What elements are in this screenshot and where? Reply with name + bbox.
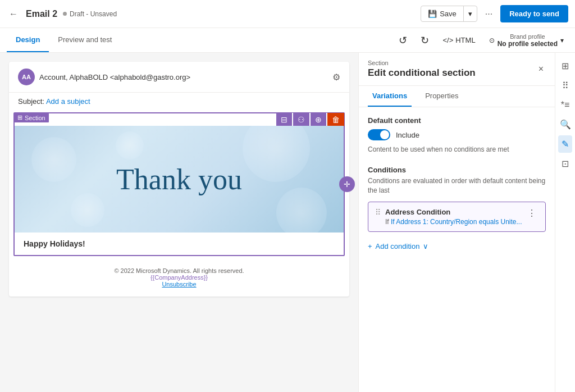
add-icon: + [368, 242, 372, 250]
right-panel: Section Edit conditional section × Varia… [358, 53, 555, 392]
draft-label: Draft - Unsaved [70, 10, 117, 18]
section-layout-button[interactable]: ⊟ [276, 113, 292, 126]
section-toolbar: ⊟ ⚇ ⊕ 🗑 [276, 113, 344, 126]
panel-title: Edit conditional section [368, 67, 476, 79]
section-add-button[interactable]: ⊕ [311, 113, 326, 126]
condition-name: Address Condition [385, 208, 525, 216]
main-tabs: Design Preview and test [7, 28, 121, 52]
condition-if: If [385, 218, 391, 226]
right-sidebar: ⊞ ⠿ *≡ 🔍 ✎ ⊡ [555, 53, 575, 392]
avatar: AA [18, 69, 35, 85]
email-title: Email 2 [26, 9, 57, 19]
undo-button[interactable]: ↺ [394, 32, 412, 49]
sidebar-elements-button[interactable]: ⠿ [559, 77, 572, 94]
company-address: {{CompanyAddress}} [18, 274, 340, 281]
condition-card-left: Address Condition If If Address 1: Count… [385, 208, 525, 226]
sidebar-edit-button[interactable]: ✎ [558, 135, 572, 153]
save-icon: 💾 [428, 10, 437, 18]
settings-icon[interactable]: ⚙ [332, 72, 340, 83]
top-bar-right: 💾 Save ▾ ··· Ready to send [421, 5, 568, 22]
brand-caret-icon: ▾ [560, 37, 564, 44]
add-caret-icon: ∨ [423, 242, 428, 250]
panel-close-button[interactable]: × [536, 62, 546, 76]
ready-to-send-button[interactable]: Ready to send [500, 5, 568, 22]
conditions-title: Conditions [368, 166, 546, 174]
tab-actions: ↺ ↻ </> HTML ⊙ Brand profile No profile … [394, 31, 568, 50]
default-content-title: Default content [368, 116, 546, 125]
footer-area: © 2022 Microsoft Dynamics. All rights re… [9, 263, 349, 297]
include-toggle[interactable] [368, 129, 390, 140]
conditions-section: Conditions Conditions are evaluated in o… [368, 166, 546, 256]
draft-dot-icon [63, 12, 67, 16]
save-button-group: 💾 Save ▾ [421, 6, 477, 22]
section-label: ⊞ Section [14, 113, 49, 122]
brand-icon: ⊙ [489, 37, 495, 44]
move-handle[interactable]: ✛ [339, 176, 355, 192]
html-label: HTML [455, 36, 475, 44]
panel-section-label: Section [368, 60, 476, 66]
footer-copyright: © 2022 Microsoft Dynamics. All rights re… [18, 267, 340, 274]
tab-properties[interactable]: Properties [421, 86, 463, 107]
section-people-button[interactable]: ⚇ [293, 113, 309, 126]
email-container: AA Account, AlphaBOLD <alphabold@gastro.… [9, 62, 349, 297]
panel-header: Section Edit conditional section × [359, 53, 555, 86]
more-options-button[interactable]: ··· [482, 6, 496, 22]
html-button[interactable]: </> HTML [438, 34, 480, 47]
brand-profile-label: Brand profile [498, 33, 558, 40]
section-delete-button[interactable]: 🗑 [327, 113, 344, 126]
back-button[interactable]: ← [7, 7, 20, 21]
conditions-desc: Conditions are evaluated in order with d… [368, 176, 546, 195]
main-layout: AA Account, AlphaBOLD <alphabold@gastro.… [0, 53, 575, 392]
section-grid-icon: ⊞ [17, 114, 22, 121]
thankyou-text: Thank you [116, 163, 242, 196]
section-wrapper[interactable]: ⊞ Section ⊟ ⚇ ⊕ 🗑 Thank you H [13, 112, 345, 256]
condition-detail: If If Address 1: Country/Region equals U… [385, 218, 525, 226]
subject-line: Subject: Add a subject [9, 93, 349, 106]
toggle-thumb [380, 130, 389, 139]
top-bar-left: ← Email 2 Draft - Unsaved [7, 7, 117, 21]
panel-tabs: Variations Properties [359, 86, 555, 107]
sidebar-conditions-button[interactable]: *≡ [558, 97, 573, 113]
toggle-label: Include [396, 131, 419, 139]
canvas-area[interactable]: AA Account, AlphaBOLD <alphabold@gastro.… [0, 53, 358, 392]
panel-title-group: Section Edit conditional section [368, 60, 476, 79]
drag-handle-icon: ⠿ [375, 208, 381, 217]
subject-prefix: Subject: [18, 97, 44, 106]
toggle-row: Include [368, 129, 546, 140]
draft-badge: Draft - Unsaved [63, 10, 117, 18]
default-content-section: Default content Include Content to be us… [368, 116, 546, 154]
condition-more-button[interactable]: ⋮ [525, 208, 539, 218]
email-header: AA Account, AlphaBOLD <alphabold@gastro.… [9, 62, 349, 93]
no-profile-label: No profile selected [498, 40, 558, 48]
tab-design[interactable]: Design [7, 28, 49, 52]
happy-holidays: Happy Holidays! [15, 233, 344, 255]
condition-link: If Address 1: Country/Region equals Unit… [391, 218, 522, 226]
top-bar: ← Email 2 Draft - Unsaved 💾 Save ▾ ··· R… [0, 0, 575, 28]
unsubscribe-link[interactable]: Unsubscribe [18, 281, 340, 288]
subject-link[interactable]: Add a subject [46, 97, 90, 106]
default-content-desc: Content to be used when no conditions ar… [368, 145, 546, 154]
sidebar-layout-button[interactable]: ⊡ [558, 155, 572, 172]
thankyou-image: Thank you [15, 126, 344, 233]
add-condition-button[interactable]: + Add condition ∨ [368, 238, 428, 255]
tab-preview[interactable]: Preview and test [49, 28, 121, 52]
sidebar-add-button[interactable]: ⊞ [558, 57, 572, 75]
save-button[interactable]: 💾 Save [421, 6, 464, 21]
panel-content: Default content Include Content to be us… [359, 107, 555, 392]
html-icon: </> [442, 36, 453, 44]
condition-card[interactable]: ⠿ Address Condition If If Address 1: Cou… [368, 202, 546, 232]
sender-name: Account, AlphaBOLD <alphabold@gastro.org… [39, 73, 190, 81]
sender-info: AA Account, AlphaBOLD <alphabold@gastro.… [18, 69, 190, 85]
brand-profile-button[interactable]: ⊙ Brand profile No profile selected ▾ [485, 31, 568, 50]
add-condition-label: Add condition [376, 242, 420, 250]
redo-button[interactable]: ↻ [416, 32, 433, 49]
brand-profile-content: Brand profile No profile selected [498, 33, 558, 48]
tab-bar: Design Preview and test ↺ ↻ </> HTML ⊙ B… [0, 28, 575, 53]
tab-variations[interactable]: Variations [368, 86, 412, 107]
save-label: Save [440, 10, 457, 18]
save-caret-button[interactable]: ▾ [464, 6, 477, 21]
sidebar-search-button[interactable]: 🔍 [556, 116, 574, 133]
